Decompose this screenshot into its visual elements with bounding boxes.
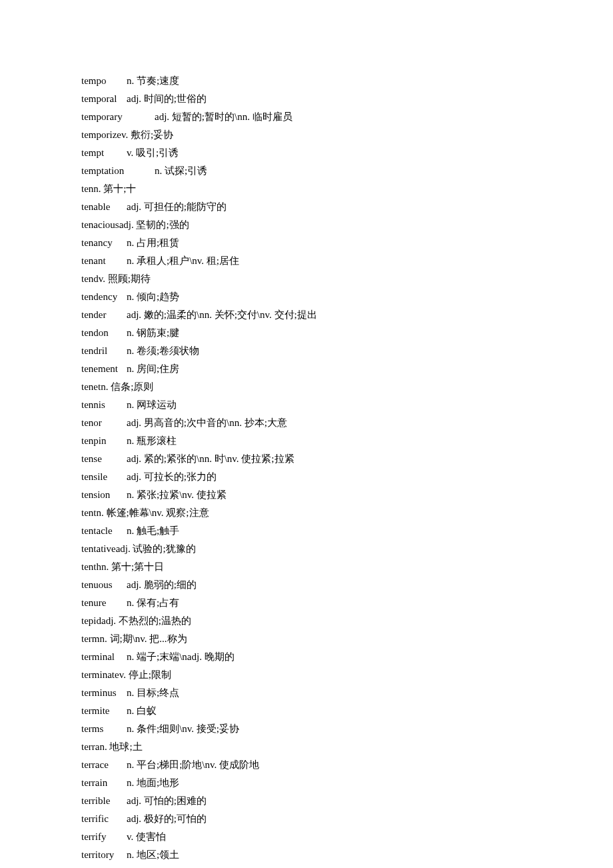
vocab-entry: tenaciousadj. 坚韧的;强的 bbox=[81, 216, 548, 234]
word: terrace bbox=[81, 756, 127, 774]
word: tendon bbox=[81, 324, 127, 342]
word: termite bbox=[81, 702, 127, 720]
vocab-entry: terminatev. 停止;限制 bbox=[81, 666, 548, 684]
vocab-entry: terrificadj. 极好的;可怕的 bbox=[81, 810, 548, 828]
definition: n. 节奏;速度 bbox=[127, 75, 179, 86]
definition: n. 触毛;触手 bbox=[127, 525, 179, 536]
word: tension bbox=[81, 486, 127, 504]
definition: n. 卷须;卷须状物 bbox=[127, 345, 199, 356]
vocab-entry: tenn. 第十;十 bbox=[81, 180, 548, 198]
word: terrain bbox=[81, 774, 127, 792]
word: terms bbox=[81, 720, 127, 738]
vocab-entry: termn. 词;期\nv. 把...称为 bbox=[81, 630, 548, 648]
word: temptation bbox=[81, 162, 155, 180]
definition: n. 倾向;趋势 bbox=[127, 291, 179, 302]
definition: n. 保有;占有 bbox=[127, 597, 179, 608]
definition: n. 白蚁 bbox=[127, 705, 157, 716]
word: tennis bbox=[81, 396, 127, 414]
definition: adj. 时间的;世俗的 bbox=[127, 93, 207, 104]
vocab-entry: tendv. 照顾;期待 bbox=[81, 270, 548, 288]
word: terminate bbox=[81, 666, 119, 684]
vocab-entry: terminusn. 目标;终点 bbox=[81, 684, 548, 702]
vocab-entry: temptv. 吸引;引诱 bbox=[81, 144, 548, 162]
vocab-entry: tentativeadj. 试验的;犹豫的 bbox=[81, 540, 548, 558]
vocab-entry: tennisn. 网球运动 bbox=[81, 396, 548, 414]
word: tenure bbox=[81, 594, 127, 612]
word: temporal bbox=[81, 90, 127, 108]
definition: v. 使害怕 bbox=[127, 831, 166, 842]
definition: adj. 紧的;紧张的\nn. 时\nv. 使拉紧;拉紧 bbox=[127, 453, 295, 464]
definition: n. 平台;梯田;阶地\nv. 使成阶地 bbox=[127, 759, 259, 770]
definition: n. 第十;第十日 bbox=[101, 561, 164, 572]
vocab-entry: terrainn. 地面;地形 bbox=[81, 774, 548, 792]
vocab-entry: tenoradj. 男高音的;次中音的\nn. 抄本;大意 bbox=[81, 414, 548, 432]
vocab-entry: tentaclen. 触毛;触手 bbox=[81, 522, 548, 540]
vocab-entry: terminaln. 端子;末端\nadj. 晚期的 bbox=[81, 648, 548, 666]
vocab-entry: tenpinn. 瓶形滚柱 bbox=[81, 432, 548, 450]
definition: n. 条件;细则\nv. 接受;妥协 bbox=[127, 723, 239, 734]
word: term bbox=[81, 630, 100, 648]
word: tenth bbox=[81, 558, 101, 576]
word: tenancy bbox=[81, 234, 127, 252]
vocab-entry: terracen. 平台;梯田;阶地\nv. 使成阶地 bbox=[81, 756, 548, 774]
definition: n. 帐篷;帷幕\nv. 观察;注意 bbox=[97, 507, 209, 518]
vocabulary-page: tempon. 节奏;速度temporaladj. 时间的;世俗的tempora… bbox=[0, 0, 548, 864]
word: ten bbox=[81, 180, 93, 198]
word: terrify bbox=[81, 828, 127, 846]
word: tender bbox=[81, 306, 127, 324]
vocab-entry: tentn. 帐篷;帷幕\nv. 观察;注意 bbox=[81, 504, 548, 522]
definition: n. 紧张;拉紧\nv. 使拉紧 bbox=[127, 489, 227, 500]
word: terra bbox=[81, 738, 99, 756]
vocab-entry: tenuren. 保有;占有 bbox=[81, 594, 548, 612]
vocab-entry: temptationn. 试探;引诱 bbox=[81, 162, 548, 180]
vocab-entry: tendencyn. 倾向;趋势 bbox=[81, 288, 548, 306]
definition: adj. 可怕的;困难的 bbox=[127, 795, 207, 806]
definition: adj. 嫩的;温柔的\nn. 关怀;交付\nv. 交付;提出 bbox=[127, 309, 317, 320]
word: terrific bbox=[81, 810, 127, 828]
definition: v. 停止;限制 bbox=[119, 669, 171, 680]
word: tenant bbox=[81, 252, 127, 270]
vocab-entry: temporaladj. 时间的;世俗的 bbox=[81, 90, 548, 108]
vocab-entry: tenthn. 第十;第十日 bbox=[81, 558, 548, 576]
vocab-entry: territoryn. 地区;领土 bbox=[81, 846, 548, 864]
vocab-entry: tenementn. 房间;住房 bbox=[81, 360, 548, 378]
definition: n. 目标;终点 bbox=[127, 687, 179, 698]
vocab-entry: terrifyv. 使害怕 bbox=[81, 828, 548, 846]
definition: n. 地面;地形 bbox=[127, 777, 179, 788]
definition: adj. 坚韧的;强的 bbox=[119, 219, 189, 230]
word: tempo bbox=[81, 72, 127, 90]
definition: adj. 可担任的;能防守的 bbox=[127, 201, 227, 212]
definition: adj. 极好的;可怕的 bbox=[127, 813, 207, 824]
vocab-entry: terran. 地球;土 bbox=[81, 738, 548, 756]
word: tenor bbox=[81, 414, 127, 432]
definition: n. 瓶形滚柱 bbox=[127, 435, 177, 446]
word: tenet bbox=[81, 378, 101, 396]
definition: n. 词;期\nv. 把...称为 bbox=[100, 633, 187, 644]
definition: n. 端子;末端\nadj. 晚期的 bbox=[127, 651, 235, 662]
vocab-entry: temporizev. 敷衍;妥协 bbox=[81, 126, 548, 144]
definition: n. 地区;领土 bbox=[127, 849, 179, 860]
vocab-entry: tendonn. 钢筋束;腱 bbox=[81, 324, 548, 342]
word: tenable bbox=[81, 198, 127, 216]
vocab-entry: tenuousadj. 脆弱的;细的 bbox=[81, 576, 548, 594]
vocab-entry: tenableadj. 可担任的;能防守的 bbox=[81, 198, 548, 216]
definition: v. 吸引;引诱 bbox=[127, 147, 179, 158]
vocab-entry: tensileadj. 可拉长的;张力的 bbox=[81, 468, 548, 486]
word: tent bbox=[81, 504, 97, 522]
definition: n. 地球;土 bbox=[99, 741, 142, 752]
definition: adj. 不热烈的;温热的 bbox=[101, 615, 191, 626]
word: tempt bbox=[81, 144, 127, 162]
vocab-entry: tenseadj. 紧的;紧张的\nn. 时\nv. 使拉紧;拉紧 bbox=[81, 450, 548, 468]
word: tentacle bbox=[81, 522, 127, 540]
definition: v. 照顾;期待 bbox=[99, 273, 151, 284]
word: tend bbox=[81, 270, 99, 288]
word: tentative bbox=[81, 540, 116, 558]
vocab-entry: tenantn. 承租人;租户\nv. 租;居住 bbox=[81, 252, 548, 270]
definition: adj. 可拉长的;张力的 bbox=[127, 471, 217, 482]
definition: n. 第十;十 bbox=[93, 183, 136, 194]
vocab-entry: tenetn. 信条;原则 bbox=[81, 378, 548, 396]
word: tenpin bbox=[81, 432, 127, 450]
definition: adj. 男高音的;次中音的\nn. 抄本;大意 bbox=[127, 417, 287, 428]
vocab-entry: tendriln. 卷须;卷须状物 bbox=[81, 342, 548, 360]
vocab-entry: termiten. 白蚁 bbox=[81, 702, 548, 720]
